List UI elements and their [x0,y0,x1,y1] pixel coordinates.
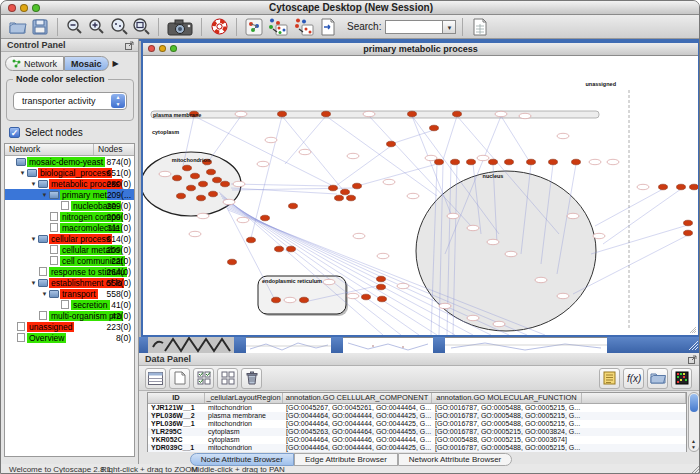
network-node[interactable] [187,185,196,191]
tree-row[interactable]: multi-organism pro42(0) [5,310,134,321]
tree-row[interactable]: unassigned223(0) [5,321,134,332]
network-node-label[interactable] [347,153,359,158]
create-network-view-icon[interactable] [243,16,265,38]
network-node[interactable] [329,185,338,191]
network-node-label[interactable] [467,225,479,230]
tab-mosaic[interactable]: Mosaic [64,56,109,71]
network-node-label[interactable] [607,159,619,164]
network-node[interactable] [213,177,222,183]
expander-icon[interactable]: ▼ [40,192,49,198]
tree-row[interactable]: ▼primary metabo209(... [5,189,134,200]
network-node[interactable] [261,215,270,221]
attribute-list-icon[interactable] [599,368,620,389]
network-node[interactable] [378,296,387,302]
network-edge[interactable] [231,184,329,186]
node-color-dropdown[interactable]: transporter activity ▲▼ [13,92,127,110]
network-node[interactable] [173,175,182,181]
network-node-label[interactable] [257,161,269,166]
network-node[interactable] [451,159,460,165]
network-node[interactable] [300,297,309,303]
network-node-label[interactable] [557,133,569,138]
network-node-label[interactable] [447,213,459,218]
network-node[interactable] [197,195,206,201]
background-window-sliver[interactable] [246,337,331,353]
network-node[interactable] [527,159,536,165]
tree-row[interactable]: response to stimulu264(0) [5,266,134,277]
network-node[interactable] [247,237,256,243]
window-resize-grip-icon[interactable] [688,464,700,474]
network-node-label[interactable] [519,113,531,118]
network-node[interactable] [467,159,476,165]
network-view-titlebar[interactable]: primary metabolic process [143,43,698,56]
tree-row[interactable]: nitrogen compo209(0) [5,211,134,222]
tree-row[interactable]: ▼biological_process651(0) [5,167,134,178]
network-node-label[interactable] [189,231,201,236]
network-node[interactable] [287,246,296,252]
network-node[interactable] [549,159,558,165]
tree-row[interactable]: ▼metabolic process280(0) [5,178,134,189]
network-edge[interactable] [591,225,688,254]
scrollbar-thumb[interactable] [690,394,698,412]
search-dropdown-arrow-icon[interactable]: ▼ [443,20,456,34]
network-node[interactable] [430,125,439,131]
network-node-label[interactable] [265,137,277,142]
network-node[interactable] [341,189,350,195]
delete-attribute-trash-icon[interactable] [241,368,262,389]
network-node[interactable] [177,193,186,199]
function-builder-icon[interactable]: f(x) [623,368,644,389]
network-node[interactable] [207,169,216,175]
network-node[interactable] [684,230,693,236]
column-header-molecular-function[interactable]: annotation.GO MOLECULAR_FUNCTION [432,393,582,403]
network-node-label[interactable] [159,171,171,176]
network-node-label[interactable] [487,239,499,244]
scrollbar-arrows-icon[interactable]: ▲▼ [689,438,698,450]
window-edge[interactable] [433,337,445,353]
table-row[interactable]: YPL036W__1mitochondrion[GO:0044464, GO:0… [148,420,686,428]
zoom-out-icon[interactable] [64,16,86,38]
search-input[interactable] [385,20,443,34]
network-node-label[interactable] [323,279,335,284]
column-header-id[interactable]: ID [148,393,205,403]
tree-row[interactable]: mosaic-demo-yeast874(0) [5,156,134,167]
network-node-label[interactable] [347,293,359,298]
expander-icon[interactable]: ▼ [29,280,38,286]
network-edge[interactable] [205,116,241,166]
network-node[interactable] [690,184,699,190]
select-all-attributes-icon[interactable] [145,368,166,389]
network-node[interactable] [278,111,287,117]
network-node[interactable] [322,111,331,117]
table-row[interactable]: YDR039C__1mitochondrion[GO:0044464, GO:0… [148,444,686,452]
expander-icon[interactable]: ▼ [40,291,49,297]
float-panel-icon[interactable] [125,41,134,50]
network-node[interactable] [183,165,192,171]
zoom-fit-icon[interactable] [130,16,152,38]
network-node-label[interactable] [233,181,245,186]
network-node-label[interactable] [299,149,311,154]
expander-icon[interactable]: ▼ [29,236,38,242]
background-window-sliver[interactable] [445,337,607,353]
network-node-label[interactable] [557,293,569,298]
network-node-label[interactable] [377,253,389,258]
network-node[interactable] [453,111,462,117]
tree-row[interactable]: cellular metabo209(0) [5,244,134,255]
network-node-label[interactable] [637,184,649,189]
table-row[interactable]: YJR121W__1mitochondrion[GO:0045267, GO:0… [148,404,686,412]
network-node-label[interactable] [477,155,489,160]
network-node[interactable] [289,203,298,209]
network-node[interactable] [435,159,444,165]
window-edge[interactable] [331,337,343,353]
network-node[interactable] [362,294,371,300]
tree-row[interactable]: ▼cellular process614(0) [5,233,134,244]
tree-row[interactable]: ▼establishment of lo558(0) [5,277,134,288]
table-scrollbar[interactable]: ▲▼ [688,392,700,452]
import-network-table-icon[interactable] [469,16,491,38]
network-node-label[interactable] [407,193,419,198]
open-session-icon[interactable] [7,16,29,38]
network-node[interactable] [199,181,208,187]
network-node-label[interactable] [493,321,505,326]
tree-column-network[interactable]: Network [5,144,94,155]
tree-row[interactable]: secretion41(0) [5,299,134,310]
view-resize-grip-icon[interactable] [690,327,696,333]
network-node-label[interactable] [197,213,209,218]
network-node[interactable] [677,184,686,190]
